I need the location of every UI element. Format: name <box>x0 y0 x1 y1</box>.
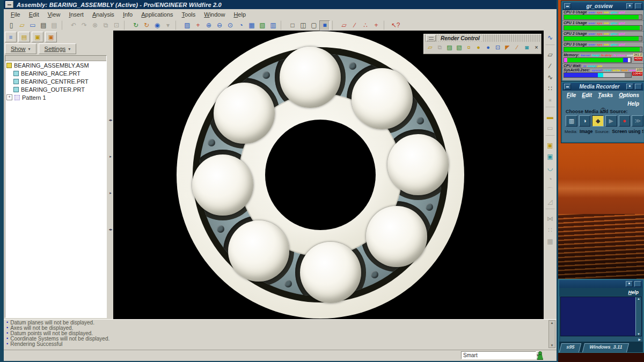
saved-views-icon[interactable]: ▦ <box>246 20 257 31</box>
gr-osview-titlebar[interactable]: gr_osview <box>562 2 643 10</box>
reorient-icon[interactable]: ◔ <box>236 20 246 31</box>
window-menu-button[interactable] <box>5 1 13 8</box>
render-setup-icon[interactable]: ▧ <box>455 42 464 52</box>
navigator-sash[interactable]: ◂▸ ▸ ▸ ◂▸ <box>108 31 113 319</box>
message-scrollbar[interactable]: ▴ ▾ <box>548 320 555 348</box>
lights-icon[interactable]: ¤ <box>464 42 473 52</box>
scroll-up-icon[interactable]: ▲ <box>637 297 640 300</box>
sash-arrow-icon[interactable]: ▸ <box>109 154 112 159</box>
softwindows-content[interactable]: ▲ ▼ <box>560 297 642 336</box>
datum-axis-icon[interactable]: ∕ <box>544 61 556 72</box>
title-bar[interactable]: Assembly: BEARING_ASSEMBLY (Active) - Pr… <box>4 0 557 9</box>
menu-window[interactable]: Window <box>200 10 229 19</box>
play-button[interactable]: ▶ <box>605 115 617 127</box>
regen-manager-icon[interactable]: ↻ <box>141 20 152 31</box>
hole-tool-icon[interactable]: ◡ <box>544 162 556 174</box>
save-icon[interactable]: ▭ <box>27 20 38 31</box>
mr-menu-help[interactable]: Help <box>627 101 639 107</box>
mr-menu-options[interactable]: Options <box>619 92 639 98</box>
style-tool-icon[interactable]: ∿ <box>544 32 556 43</box>
undo-icon[interactable]: ↶ <box>68 20 79 31</box>
pattern-tool-icon[interactable]: ∷ <box>544 225 556 236</box>
favorites-tab-icon[interactable]: ▣ <box>32 32 43 42</box>
render-room-icon[interactable]: ▨ <box>445 42 454 52</box>
menu-insert[interactable]: Insert <box>65 10 87 19</box>
datum-curve-icon[interactable]: ∿ <box>544 72 556 83</box>
shaded-display-icon[interactable]: ■ <box>319 20 330 31</box>
softwindows-titlebar[interactable] <box>559 280 643 288</box>
settings-button[interactable]: Settings▾ <box>39 43 77 54</box>
tree-row-part[interactable]: BEARING_OUTER.PRT <box>5 85 106 93</box>
new-file-icon[interactable]: ▯ <box>6 20 17 31</box>
layers-icon[interactable]: ▧ <box>257 20 268 31</box>
bulb-icon[interactable]: ● <box>474 42 483 52</box>
model-tree-tab-icon[interactable]: ≡ <box>5 32 17 42</box>
datum-axes-toggle-icon[interactable]: ∕ <box>349 20 360 31</box>
expand-icon[interactable]: + <box>6 94 12 100</box>
bw-menu-help[interactable]: Help <box>628 290 639 295</box>
menu-tools[interactable]: Tools <box>178 10 200 19</box>
selection-filter-input[interactable] <box>461 351 536 359</box>
minimize-icon[interactable] <box>564 84 571 90</box>
shell-tool-icon[interactable]: ◔ <box>544 174 556 185</box>
drag-grip-icon[interactable] <box>426 35 436 41</box>
datum-plane-icon[interactable]: ▱ <box>544 49 556 61</box>
selection-filter-combo[interactable]: ▾ <box>461 351 531 359</box>
zoom-out-icon[interactable]: ⊖ <box>214 20 225 31</box>
texture-icon[interactable]: ◤ <box>503 42 512 52</box>
print-setup-icon[interactable]: ▤ <box>49 20 60 31</box>
maximize-icon[interactable] <box>634 281 641 287</box>
history-tab-icon[interactable]: ▣ <box>45 32 57 42</box>
component-create-icon[interactable]: ▣ <box>544 140 556 151</box>
csys-toggle-icon[interactable]: + <box>371 20 382 31</box>
copy-icon[interactable]: ⧉ <box>100 20 111 31</box>
select-items-icon[interactable] <box>536 351 543 359</box>
tab-windows-311[interactable]: Windows_3.11 <box>582 343 630 352</box>
mirror-tool-icon[interactable]: ⋈ <box>544 213 556 225</box>
media-recorder-titlebar[interactable]: Media Recorder <box>562 83 643 91</box>
menu-help[interactable]: Help <box>230 10 250 19</box>
selection-filter-icon[interactable]: ▾ <box>163 20 173 31</box>
zoom-in-icon[interactable]: ⊕ <box>203 20 214 31</box>
maximize-icon[interactable] <box>635 3 642 9</box>
csys-tool-icon[interactable]: ⁎ <box>544 94 556 106</box>
copy-scene-icon[interactable]: ⧉ <box>435 42 444 52</box>
restore-icon[interactable] <box>626 3 633 9</box>
cut-icon[interactable]: ⊗ <box>90 20 100 31</box>
redo-icon[interactable]: ↷ <box>79 20 90 31</box>
mr-menu-tasks[interactable]: Tasks <box>598 92 613 98</box>
scroll-up-icon[interactable]: ▴ <box>551 321 553 325</box>
folder-browser-tab-icon[interactable]: ▤ <box>18 32 30 42</box>
media-audio-button[interactable]: ◑ <box>579 115 591 127</box>
refit-icon[interactable]: ⊙ <box>225 20 236 31</box>
context-help-icon[interactable]: ↖? <box>390 20 401 31</box>
record-button[interactable]: ● <box>619 115 631 127</box>
menu-info[interactable]: Info <box>119 10 136 19</box>
analysis-measure-icon[interactable]: ▬ <box>544 112 556 123</box>
restore-icon[interactable] <box>626 281 633 287</box>
render-control-titlebar[interactable]: Render Control <box>424 34 541 42</box>
menu-view[interactable]: View <box>44 10 64 19</box>
open-scene-icon[interactable]: ▱ <box>426 42 435 52</box>
view-manager-icon[interactable]: ▥ <box>268 20 279 31</box>
maximize-icon[interactable] <box>635 84 642 90</box>
media-image-button[interactable]: ◆ <box>592 115 604 127</box>
tab-windows-95[interactable]: s95 <box>559 343 581 352</box>
tree-row-part[interactable]: BEARING_RACE.PRT <box>5 69 106 77</box>
hidden-line-display-icon[interactable]: ◫ <box>298 20 309 31</box>
no-hidden-display-icon[interactable]: ▢ <box>309 20 319 31</box>
annotation-icon[interactable]: ▭ <box>544 123 556 134</box>
find-icon[interactable]: ◉ <box>152 20 163 31</box>
spin-center-icon[interactable]: + <box>193 20 203 31</box>
wireframe-display-icon[interactable]: □ <box>287 20 298 31</box>
render-window-icon[interactable]: ◙ <box>522 42 531 52</box>
mr-menu-file[interactable]: File <box>567 92 576 98</box>
datum-planes-toggle-icon[interactable]: ▱ <box>339 20 349 31</box>
component-assemble-icon[interactable]: ▣ <box>544 151 556 162</box>
repaint-icon[interactable]: ▨ <box>182 20 193 31</box>
tree-row-part[interactable]: BEARING_CENTRE.PRT <box>5 77 106 85</box>
scroll-right-icon[interactable]: ▶ <box>638 337 642 341</box>
close-icon[interactable]: × <box>532 42 541 52</box>
tree-row-assembly[interactable]: BEARING_ASSEMBLY.ASM <box>5 61 106 69</box>
datum-points-toggle-icon[interactable]: ∴ <box>360 20 371 31</box>
